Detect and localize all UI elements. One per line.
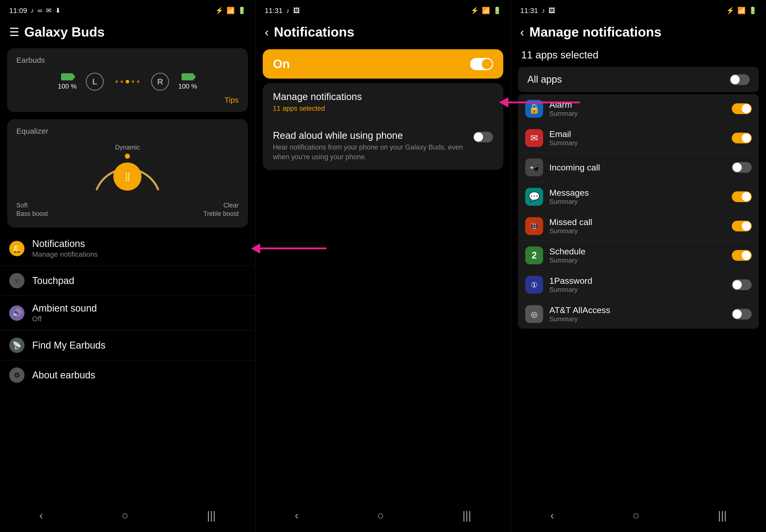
equalizer-label: Equalizer	[16, 127, 239, 135]
battery-pct-left: 100 %	[58, 82, 77, 90]
menu-item-touchpad[interactable]: ☜ Touchpad	[0, 266, 255, 296]
nav-recents-1[interactable]: |||	[197, 506, 226, 524]
nav-back-3[interactable]: ‹	[540, 506, 564, 524]
att-name: AT&T AllAccess	[549, 305, 726, 315]
app-item-att[interactable]: ◎ AT&T AllAccess Summary	[518, 300, 759, 329]
incoming-call-knob	[733, 163, 742, 172]
1password-text: 1Password Summary	[549, 276, 726, 294]
touchpad-icon: ☜	[9, 273, 25, 288]
app-item-email[interactable]: ✉ Email Summary	[518, 123, 759, 153]
status-right-3: ⚡ 📶 🔋	[726, 7, 757, 15]
schedule-text: Schedule Summary	[549, 246, 726, 264]
touchpad-text: Touchpad	[32, 275, 246, 286]
gallery-icon-2: 🖼	[293, 7, 300, 15]
all-apps-row[interactable]: All apps	[518, 67, 759, 92]
back-button-3[interactable]: ‹	[520, 25, 524, 39]
nav-back-1[interactable]: ‹	[29, 506, 53, 524]
music-icon-3: ♪	[542, 7, 545, 15]
nav-home-1[interactable]: ○	[111, 506, 139, 524]
music-icon-1: ♪	[31, 7, 34, 15]
nav-home-2[interactable]: ○	[367, 506, 394, 524]
menu-item-about[interactable]: ⚙ About earbuds	[0, 360, 255, 390]
back-button-2[interactable]: ‹	[265, 25, 269, 39]
touchpad-title: Touchpad	[32, 275, 246, 286]
eq-center-button[interactable]: ⣿	[113, 163, 141, 191]
incoming-call-icon: 📲	[525, 158, 543, 176]
app-item-1password[interactable]: ① 1Password Summary	[518, 270, 759, 300]
alarm-toggle[interactable]	[732, 103, 752, 114]
panel-galaxy-buds: 11:09 ♪ ∞ ✉ ⬇ ⚡ 📶 🔋 ☰ Galaxy Buds Earbud…	[0, 0, 255, 532]
menu-item-notifications[interactable]: 🔔 Notifications Manage notifications	[0, 231, 255, 266]
all-apps-label: All apps	[527, 74, 562, 85]
incoming-call-text: Incoming call	[549, 163, 726, 172]
gallery-icon-3: 🖼	[549, 7, 555, 15]
pink-arrow-1	[251, 243, 326, 254]
read-aloud-item[interactable]: Read aloud while using phone Hear notifi…	[263, 122, 504, 170]
panel-notifications: 11:31 ♪ 🖼 ⚡ 📶 🔋 ‹ Notifications On Manag…	[255, 0, 511, 532]
notif-on-label: On	[273, 57, 290, 71]
messages-name: Messages	[549, 188, 726, 198]
notif-master-toggle[interactable]	[470, 58, 493, 70]
manage-notif-item[interactable]: Manage notifications 11 apps selected	[263, 83, 504, 122]
missed-call-toggle[interactable]	[732, 221, 752, 231]
att-text: AT&T AllAccess Summary	[549, 305, 726, 323]
schedule-toggle[interactable]	[732, 250, 752, 261]
nav-recents-2[interactable]: |||	[452, 506, 481, 524]
earbuds-card: Earbuds 100 % L R	[7, 48, 248, 112]
app-item-schedule[interactable]: 2 Schedule Summary	[518, 241, 759, 270]
ambient-icon: 🔊	[9, 305, 25, 321]
dot-4	[132, 80, 134, 83]
email-name: Email	[549, 129, 726, 139]
svg-point-0	[125, 154, 130, 159]
time-1: 11:09	[9, 7, 27, 15]
incoming-call-toggle[interactable]	[732, 162, 752, 173]
earbud-circle-left: L	[86, 73, 104, 91]
menu-item-ambient[interactable]: 🔊 Ambient sound Off	[0, 296, 255, 330]
messages-text: Messages Summary	[549, 188, 726, 206]
download-icon: ⬇	[55, 7, 61, 15]
dot-5	[137, 80, 139, 83]
panel-manage-notifications: 11:31 ♪ 🖼 ⚡ 📶 🔋 ‹ Manage notifications 1…	[511, 0, 766, 532]
app-item-messages[interactable]: 💬 Messages Summary	[518, 182, 759, 212]
read-aloud-text: Read aloud while using phone Hear notifi…	[273, 130, 468, 162]
incoming-call-name: Incoming call	[549, 163, 726, 172]
nav-recents-3[interactable]: |||	[708, 506, 737, 524]
wifi-icon-2: 📶	[482, 7, 490, 15]
app-item-incoming-call[interactable]: 📲 Incoming call	[518, 153, 759, 182]
arrow-head-2	[499, 97, 508, 107]
notifications-header: ‹ Notifications	[255, 19, 511, 45]
battery-icon-left	[61, 73, 73, 80]
alarm-sub: Summary	[549, 110, 726, 118]
notifications-icon: 🔔	[9, 241, 25, 256]
find-text: Find My Earbuds	[32, 340, 246, 351]
time-2: 11:31	[265, 7, 283, 15]
all-apps-toggle[interactable]	[730, 74, 750, 85]
menu-item-find[interactable]: 📡 Find My Earbuds	[0, 330, 255, 360]
messages-toggle[interactable]	[732, 191, 752, 202]
dot-1	[115, 80, 118, 83]
dot-2	[120, 80, 123, 83]
tips-link[interactable]: Tips	[16, 96, 239, 104]
bluetooth-icon-2: ⚡	[471, 7, 479, 15]
find-title: Find My Earbuds	[32, 340, 246, 351]
eq-label-treble: Treble boost	[203, 210, 239, 217]
nav-back-2[interactable]: ‹	[285, 506, 309, 524]
missed-call-sub: Summary	[549, 227, 726, 235]
battery-icon-3: 🔋	[749, 7, 757, 15]
read-aloud-toggle[interactable]	[473, 132, 493, 142]
dot-3	[126, 80, 129, 83]
battery-right: 100 %	[178, 73, 197, 90]
battery-icon-1: 🔋	[238, 7, 246, 15]
manage-notif-sub: 11 apps selected	[273, 104, 493, 114]
nav-home-3[interactable]: ○	[623, 506, 650, 524]
read-aloud-title: Read aloud while using phone	[273, 130, 468, 141]
1password-toggle[interactable]	[732, 279, 752, 290]
hamburger-icon[interactable]: ☰	[9, 26, 19, 39]
bluetooth-icon-1: ⚡	[215, 7, 223, 15]
1password-name: 1Password	[549, 276, 726, 286]
notif-on-toggle-card[interactable]: On	[263, 49, 504, 79]
att-toggle[interactable]	[732, 309, 752, 319]
email-toggle[interactable]	[732, 133, 752, 143]
eq-container: Dynamic ⣿ Soft Clear Bass boost Treble b…	[16, 141, 239, 220]
app-item-missed-call[interactable]: 📵 Missed call Summary	[518, 212, 759, 241]
